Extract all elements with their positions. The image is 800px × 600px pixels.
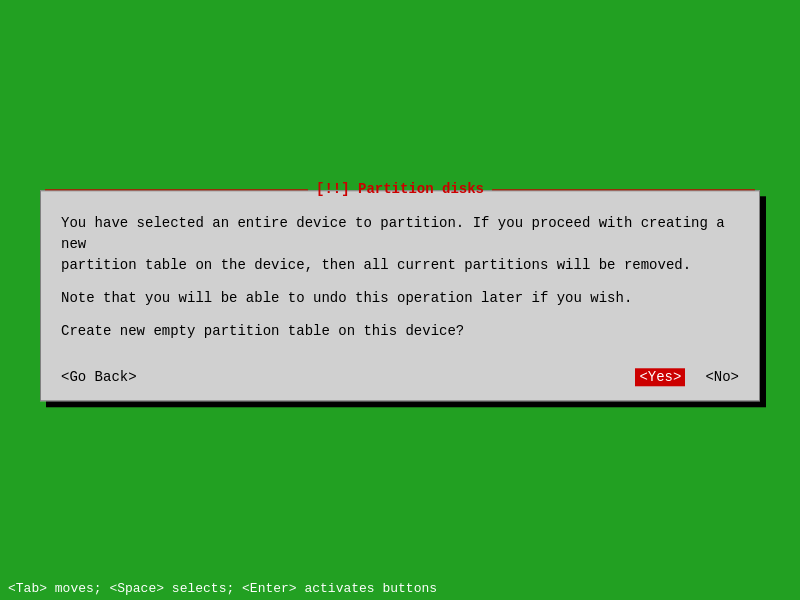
dialog-buttons: <Go Back> <Yes> <No> [41,358,759,400]
dialog-title: [!!] Partition disks [312,181,488,197]
titlebar-line-right [492,189,755,190]
dialog-text-2: Note that you will be able to undo this … [61,288,739,309]
status-bar-text: <Tab> moves; <Space> selects; <Enter> ac… [8,581,437,596]
titlebar-line-left [45,189,308,190]
status-bar: <Tab> moves; <Space> selects; <Enter> ac… [0,576,800,600]
no-button[interactable]: <No> [705,368,739,386]
right-buttons: <Yes> <No> [635,368,739,386]
dialog-text-1: You have selected an entire device to pa… [61,213,739,276]
dialog-text-3: Create new empty partition table on this… [61,321,739,342]
dialog: [!!] Partition disks You have selected a… [40,190,760,401]
yes-button[interactable]: <Yes> [635,368,685,386]
dialog-container: [!!] Partition disks You have selected a… [40,190,760,401]
dialog-body: You have selected an entire device to pa… [41,197,759,358]
go-back-button[interactable]: <Go Back> [61,369,137,385]
dialog-titlebar: [!!] Partition disks [41,181,759,197]
